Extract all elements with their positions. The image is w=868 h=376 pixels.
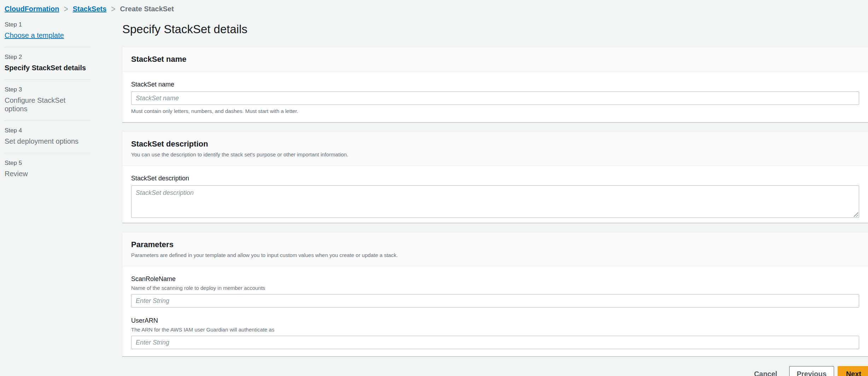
stackset-description-card: StackSet description You can use the des… [122,132,868,223]
parameter-field-userarn: UserARN The ARN for the AWS IAM user Gua… [131,317,859,349]
step-item-5: Step 5 Review [5,160,90,178]
scanrolename-label: ScanRoleName [131,275,859,283]
parameters-card: Parameters Parameters are defined in you… [122,233,868,356]
breadcrumb-link-cloudformation[interactable]: CloudFormation [5,5,59,13]
breadcrumb-chevron-icon: > [64,4,68,14]
breadcrumb-chevron-icon: > [111,4,115,14]
previous-button[interactable]: Previous [789,366,834,376]
stackset-description-label: StackSet description [131,174,859,182]
card-body: StackSet description [122,166,868,223]
stackset-name-label: StackSet name [131,80,859,88]
step-number: Step 5 [5,160,90,167]
userarn-label: UserARN [131,317,859,324]
step-divider [5,153,90,153]
scanrolename-input[interactable] [131,294,859,308]
step-number: Step 2 [5,54,90,61]
card-body: ScanRoleName Name of the scanning role t… [122,266,868,356]
card-description: You can use the description to identify … [131,151,859,158]
userarn-input[interactable] [131,336,859,349]
card-header: Parameters Parameters are defined in you… [122,233,868,266]
step-divider [5,79,90,80]
card-description: Parameters are defined in your template … [131,252,859,258]
card-body: StackSet name Must contain only letters,… [122,72,868,122]
card-header: StackSet description You can use the des… [122,132,868,166]
next-button[interactable]: Next [838,366,868,376]
breadcrumb: CloudFormation > StackSets > Create Stac… [5,5,174,13]
step-divider [5,47,90,47]
scanrolename-description: Name of the scanning role to deploy in m… [131,285,859,291]
step-title-set-deployment-options: Set deployment options [5,137,90,145]
step-title-configure-stackset-options: Configure StackSet options [5,96,90,113]
step-number: Step 4 [5,127,90,134]
card-title: StackSet name [131,55,859,64]
card-header: StackSet name [122,47,868,72]
stackset-name-constraint-text: Must contain only letters, numbers, and … [131,108,859,114]
card-title: Parameters [131,240,859,249]
step-title-specify-stackset-details: Specify StackSet details [5,64,90,72]
wizard-step-nav: Step 1 Choose a template Step 2 Specify … [5,21,90,178]
stackset-name-card: StackSet name StackSet name Must contain… [122,47,868,122]
main-content: Specify StackSet details StackSet name S… [122,21,868,376]
breadcrumb-current: Create StackSet [120,5,174,13]
parameter-field-scanrolename: ScanRoleName Name of the scanning role t… [131,275,859,308]
step-number: Step 1 [5,21,90,28]
step-item-2: Step 2 Specify StackSet details [5,54,90,72]
breadcrumb-link-stacksets[interactable]: StackSets [73,5,107,13]
wizard-footer-actions: Cancel Previous Next [122,366,868,376]
step-title-review: Review [5,169,90,178]
step-number: Step 3 [5,86,90,93]
step-item-4: Step 4 Set deployment options [5,127,90,145]
page-title: Specify StackSet details [122,21,868,37]
userarn-description: The ARN for the AWS IAM user Guardian wi… [131,326,859,333]
step-link-choose-a-template[interactable]: Choose a template [5,31,64,39]
stackset-description-textarea[interactable] [131,185,859,218]
card-title: StackSet description [131,139,859,149]
stackset-name-input[interactable] [131,91,859,105]
cancel-button[interactable]: Cancel [754,366,778,376]
step-item-3: Step 3 Configure StackSet options [5,86,90,113]
step-divider [5,120,90,121]
step-item-1: Step 1 Choose a template [5,21,90,40]
